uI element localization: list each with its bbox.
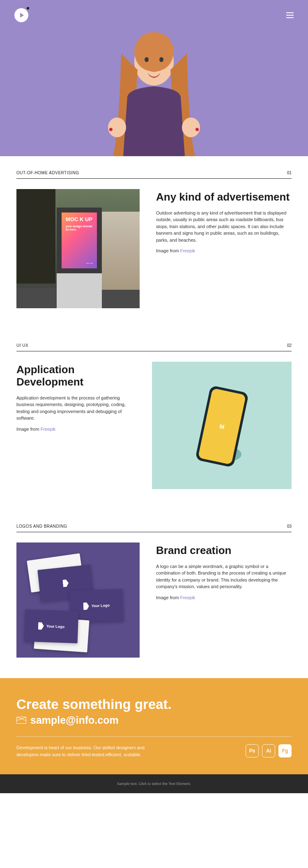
svg-point-3	[108, 118, 126, 137]
menu-button[interactable]	[286, 12, 294, 18]
credit-link[interactable]: Freepik	[41, 427, 56, 432]
hero-nav	[0, 8, 308, 22]
cta-section: Create something great. sample@info.com …	[0, 678, 308, 774]
mockup-sign-sub: your design should be here.	[66, 225, 93, 231]
svg-point-1	[145, 57, 149, 62]
play-icon	[20, 13, 24, 18]
section-tag: OUT-OF-HOME ADVERTISING	[16, 171, 79, 175]
section-branding: LOGOS AND BRANDING 03 Your Logo Your Log…	[0, 510, 308, 678]
section-header: UI UX 02	[16, 343, 292, 351]
section-header: OUT-OF-HOME ADVERTISING 01	[16, 171, 292, 179]
section-tag: LOGOS AND BRANDING	[16, 524, 67, 529]
mockup-phone-image: M	[152, 362, 292, 489]
svg-point-2	[159, 57, 163, 62]
section-tag: UI UX	[16, 343, 28, 348]
section-header: LOGOS AND BRANDING 03	[16, 524, 292, 532]
section-description: Outdoor advertising is any kind of adver…	[156, 210, 292, 244]
hero-section	[0, 0, 308, 156]
credit-link[interactable]: Freepik	[180, 595, 195, 600]
image-credit: Image from Freepik	[16, 427, 131, 432]
svg-point-6	[195, 128, 199, 131]
play-button[interactable]	[14, 8, 28, 22]
section-application: UI UX 02 M Application Development Appli…	[0, 329, 308, 510]
email-text: sample@info.com	[30, 714, 119, 726]
credit-link[interactable]: Freepik	[180, 248, 195, 253]
cta-description: Development is heart of our business. Ou…	[16, 744, 164, 758]
section-description: A logo can be a simple wordmark, a graph…	[156, 563, 292, 590]
section-number: 02	[287, 343, 292, 348]
card-label: Your Logo	[46, 624, 65, 629]
section-advertisement: OUT-OF-HOME ADVERTISING 01 MOC K UP your…	[0, 156, 308, 329]
divider	[16, 736, 292, 737]
section-number: 03	[287, 524, 292, 529]
figma-icon[interactable]: Fg	[278, 744, 292, 757]
card-label: Your Logo	[92, 603, 110, 608]
section-title: Application Development	[16, 364, 131, 388]
image-credit: Image from Freepik	[156, 595, 292, 600]
svg-point-4	[182, 118, 200, 137]
section-title: Any kind of advertisement	[156, 191, 292, 203]
app-icons: Ps Ai Fg	[246, 744, 292, 757]
cta-title: Create something great.	[16, 697, 292, 712]
image-credit: Image from Freepik	[156, 248, 292, 253]
mockup-sign-title: MOC K UP	[66, 217, 93, 222]
section-number: 01	[287, 171, 292, 175]
svg-point-5	[109, 128, 113, 131]
envelope-icon	[16, 717, 26, 724]
hero-image	[88, 16, 220, 156]
cta-email[interactable]: sample@info.com	[16, 714, 292, 726]
mockup-billboard-image: MOC K UP your design should be here. — —	[16, 189, 140, 308]
section-description: Application development is the process o…	[16, 395, 131, 422]
section-title: Brand creation	[156, 545, 292, 557]
illustrator-icon[interactable]: Ai	[262, 744, 275, 757]
mockup-cards-image: Your Logo Your Logo	[16, 542, 140, 658]
footer: Sample text. Click to select the Text El…	[0, 774, 308, 793]
footer-text[interactable]: Sample text. Click to select the Text El…	[7, 782, 301, 786]
photoshop-icon[interactable]: Ps	[246, 744, 259, 757]
